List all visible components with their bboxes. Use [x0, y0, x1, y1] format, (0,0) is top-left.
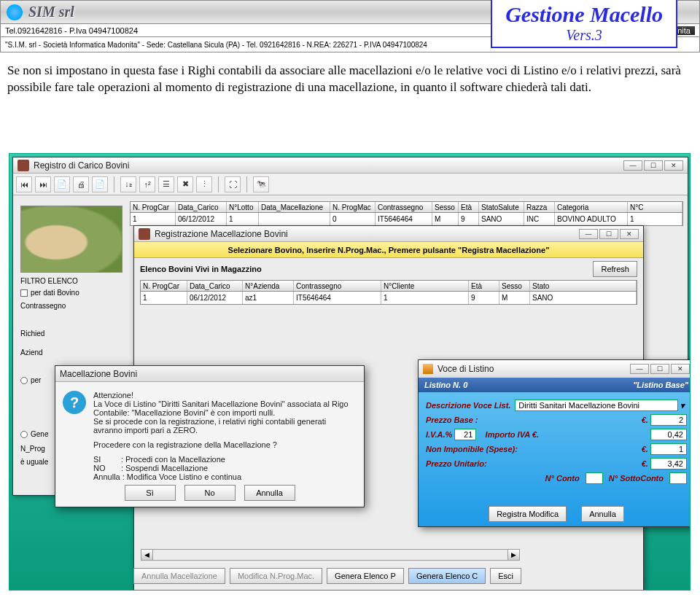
- last-record-button[interactable]: ⏭: [35, 176, 51, 192]
- delete-button[interactable]: ✖: [177, 176, 193, 192]
- colh[interactable]: Sesso: [499, 281, 530, 291]
- colh[interactable]: Data_Carico: [176, 202, 227, 212]
- esci-button[interactable]: Esci: [490, 568, 521, 584]
- maximize-button[interactable]: ☐: [650, 364, 669, 374]
- maximize-button[interactable]: ☐: [644, 160, 663, 171]
- cell: INC: [524, 213, 555, 225]
- colh[interactable]: Data_Macellazione: [259, 202, 330, 212]
- colh[interactable]: Categoria: [555, 202, 628, 212]
- titlebar-main[interactable]: Registro di Carico Bovini — ☐ ✕: [13, 157, 688, 174]
- euro-label: €.: [642, 416, 648, 424]
- colh[interactable]: N. ProgCar: [131, 202, 176, 212]
- dropdown-icon[interactable]: ▾: [678, 401, 687, 410]
- registra-modifica-button[interactable]: Registra Modifica: [489, 506, 567, 522]
- colh[interactable]: Età: [459, 202, 479, 212]
- annulla-macellazione-button[interactable]: Annulla Macellazione: [133, 568, 225, 584]
- radio-per[interactable]: [20, 377, 28, 384]
- colh[interactable]: N. ProgCar: [141, 281, 187, 291]
- new-doc-button[interactable]: 📄: [54, 176, 70, 192]
- inner-grid-header: N. ProgCar Data_Carico N°Azienda Contras…: [140, 280, 637, 292]
- horizontal-scrollbar[interactable]: ◀ ▶: [141, 549, 520, 561]
- refresh-button[interactable]: Refresh: [593, 261, 637, 277]
- colh[interactable]: N°Azienda: [243, 281, 294, 291]
- msg-l7: SI : Procedi con la Macellazione: [93, 455, 349, 464]
- cow-icon: [18, 160, 29, 171]
- titlebar-msgbox[interactable]: Macellazione Bovini: [55, 366, 364, 382]
- filter-az-row: Aziend: [20, 348, 43, 357]
- si-button[interactable]: Sì: [125, 485, 176, 501]
- colh[interactable]: N°C: [628, 202, 682, 212]
- unit-label: Prezzo Unitario:: [426, 459, 487, 468]
- close-button[interactable]: ✕: [671, 364, 690, 374]
- colh[interactable]: N°Lotto: [227, 202, 259, 212]
- list-button[interactable]: ☰: [158, 176, 174, 192]
- cell: 1: [227, 213, 259, 225]
- cell: [259, 213, 330, 225]
- filter-per-row: per: [20, 376, 41, 384]
- unit-input[interactable]: 3,42: [650, 458, 687, 470]
- close-button[interactable]: ✕: [664, 160, 683, 171]
- importo-iva-input[interactable]: 0,42: [650, 429, 687, 440]
- doc-version: Vers.3: [505, 27, 663, 44]
- colh[interactable]: N°Cliente: [381, 281, 469, 291]
- colh[interactable]: Contrassegno: [376, 202, 432, 212]
- more-button[interactable]: ⋮: [196, 176, 212, 192]
- radio-gen[interactable]: [20, 431, 28, 438]
- grid-row-main[interactable]: 1 06/12/2012 1 0 IT5646464 M 9 SANO INC …: [130, 213, 683, 226]
- colh[interactable]: Sesso: [432, 202, 459, 212]
- intro-paragraph: Se non si impostano in questa fase i Rig…: [7, 63, 693, 96]
- iva-input[interactable]: 21: [454, 429, 476, 440]
- colh[interactable]: Età: [469, 281, 499, 291]
- animal-button[interactable]: 🐄: [253, 176, 269, 192]
- export-button[interactable]: ⛶: [225, 176, 241, 192]
- toolbar-sep-1: [114, 176, 114, 192]
- maximize-button[interactable]: ☐: [599, 229, 618, 239]
- colh[interactable]: Razza: [524, 202, 555, 212]
- scroll-left-icon[interactable]: ◀: [141, 550, 153, 560]
- toolbar-main: ⏮ ⏭ 📄 🖨 📄 ↓₂ ↑² ☰ ✖ ⋮ ⛶ 🐄: [13, 174, 688, 195]
- desc-label: Descrizione Voce List.: [426, 401, 510, 410]
- colh[interactable]: StatoSalute: [479, 202, 524, 212]
- colh[interactable]: Contrassegno: [294, 281, 381, 291]
- annulla-button[interactable]: Annulla: [244, 485, 295, 501]
- titlebar-inner[interactable]: Registrazione Macellazione Bovini — ☐ ✕: [134, 226, 643, 242]
- print-button[interactable]: 🖨: [73, 176, 89, 192]
- prezzo-input[interactable]: 2: [650, 414, 687, 426]
- window-voce-listino: Voce di Listino — ☐ ✕ Listino N. 0 "List…: [418, 359, 691, 527]
- iva-label: I.V.A.%: [426, 430, 452, 439]
- sort-asc-button[interactable]: ↑²: [139, 176, 155, 192]
- desc-input[interactable]: Diritti Sanitari Macellazione Bovini: [515, 400, 678, 411]
- nonimp-input[interactable]: 1: [650, 443, 687, 455]
- msgbox-buttons: Sì No Annulla: [55, 485, 364, 501]
- copy-button[interactable]: 📄: [92, 176, 108, 192]
- no-button[interactable]: No: [184, 485, 236, 501]
- genera-elenco-p-button[interactable]: Genera Elenco P: [327, 568, 404, 584]
- tel-text: Tel.0921642816 - P.Iva 04947100824: [5, 26, 138, 35]
- label-per: per: [31, 376, 41, 384]
- msg-l5: avranno importi pari a ZERO.: [93, 426, 349, 435]
- filter-rich-row: Richied: [20, 330, 44, 338]
- modifica-progmac-button[interactable]: Modifica N.Prog.Mac.: [230, 568, 322, 584]
- minimize-button[interactable]: —: [630, 364, 649, 374]
- nconto-input[interactable]: [586, 472, 603, 484]
- titlebar-listino[interactable]: Voce di Listino — ☐ ✕: [419, 360, 691, 378]
- scroll-right-icon[interactable]: ▶: [508, 550, 519, 560]
- colh[interactable]: Data_Carico: [187, 281, 243, 291]
- screenshot-area: Registro di Carico Bovini — ☐ ✕ ⏮ ⏭ 📄 🖨 …: [9, 153, 691, 591]
- minimize-button[interactable]: —: [623, 160, 642, 171]
- genera-elenco-c-button[interactable]: Genera Elenco C: [408, 568, 486, 584]
- close-button[interactable]: ✕: [620, 229, 639, 239]
- question-icon: ?: [63, 391, 86, 414]
- colh[interactable]: N. ProgMac: [330, 202, 376, 212]
- inner-grid-row[interactable]: 1 06/12/2012 az1 IT5646464 1 9 M SANO: [140, 292, 637, 305]
- annulla-listino-button[interactable]: Annulla: [581, 506, 624, 522]
- sort-desc-button[interactable]: ↓₂: [120, 176, 136, 192]
- filter-contr-row: Contrassegno: [20, 302, 66, 310]
- first-record-button[interactable]: ⏮: [16, 176, 32, 192]
- checkbox-bovino[interactable]: [20, 289, 28, 297]
- minimize-button[interactable]: —: [579, 229, 598, 239]
- nsub-input[interactable]: [669, 472, 687, 484]
- cell: SANO: [479, 213, 524, 225]
- listino-title: Voce di Listino: [438, 364, 494, 374]
- colh[interactable]: Stato: [530, 281, 637, 291]
